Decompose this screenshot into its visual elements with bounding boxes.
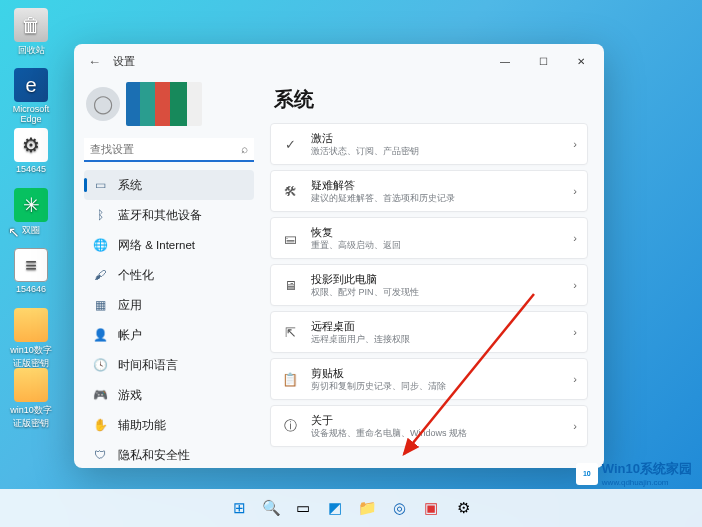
desktop-icon-label: win10数字证版密钥 <box>6 404 56 430</box>
desktop-icon[interactable]: 🗑回收站 <box>6 8 56 57</box>
chevron-right-icon: › <box>573 232 577 244</box>
sidebar-item[interactable]: 🛡隐私和安全性 <box>84 440 254 468</box>
edge-taskbar-button[interactable]: ◎ <box>385 494 413 522</box>
sidebar-item[interactable]: 🎮游戏 <box>84 380 254 410</box>
chevron-right-icon: › <box>573 138 577 150</box>
card-subtitle: 重置、高级启动、返回 <box>311 240 561 251</box>
card-icon: 🛠 <box>281 184 299 199</box>
sidebar-item-label: 个性化 <box>118 268 154 283</box>
explorer-button[interactable]: 📁 <box>353 494 381 522</box>
card-title: 远程桌面 <box>311 320 561 333</box>
settings-card[interactable]: ⓘ关于设备规格、重命名电脑、Windows 规格› <box>270 405 588 447</box>
sidebar-item-label: 蓝牙和其他设备 <box>118 208 202 223</box>
desktop-icon-label: Microsoft Edge <box>6 104 56 124</box>
sidebar-item[interactable]: ▦应用 <box>84 290 254 320</box>
desktop-icon-label: 154646 <box>6 284 56 294</box>
desktop-icon[interactable]: eMicrosoft Edge <box>6 68 56 124</box>
card-title: 恢复 <box>311 226 561 239</box>
maximize-button[interactable]: ☐ <box>524 47 562 75</box>
taskbar[interactable]: ⊞ 🔍 ▭ ◩ 📁 ◎ ▣ ⚙ <box>0 489 702 527</box>
card-icon: 📋 <box>281 372 299 387</box>
app-taskbar-button[interactable]: ▣ <box>417 494 445 522</box>
watermark: 10 Win10系统家园 www.qdhuajin.com <box>572 458 696 489</box>
wechat-icon: ✳ <box>14 188 48 222</box>
avatar-icon: ◯ <box>86 87 120 121</box>
desktop-icon[interactable]: ⚙154645 <box>6 128 56 174</box>
main-panel: 系统 ✓激活激活状态、订阅、产品密钥›🛠疑难解答建议的疑难解答、首选项和历史记录… <box>264 78 604 468</box>
search-input[interactable] <box>84 138 254 162</box>
card-icon: ⇱ <box>281 325 299 340</box>
sidebar-item-label: 辅助功能 <box>118 418 166 433</box>
page-title: 系统 <box>274 86 588 113</box>
chevron-right-icon: › <box>573 279 577 291</box>
card-title: 剪贴板 <box>311 367 561 380</box>
desktop-icon-label: 双圈 <box>6 224 56 237</box>
card-icon: ✓ <box>281 137 299 152</box>
card-list: ✓激活激活状态、订阅、产品密钥›🛠疑难解答建议的疑难解答、首选项和历史记录›🖴恢… <box>270 123 588 447</box>
back-button[interactable]: ← <box>84 50 105 73</box>
desktop-icon[interactable]: win10数字证版密钥 <box>6 368 56 430</box>
widgets-button[interactable]: ◩ <box>321 494 349 522</box>
card-subtitle: 设备规格、重命名电脑、Windows 规格 <box>311 428 561 439</box>
start-button[interactable]: ⊞ <box>225 494 253 522</box>
desktop-icon[interactable]: ✳双圈 <box>6 188 56 237</box>
desktop-icon-label: 154645 <box>6 164 56 174</box>
nav-list: ▭系统ᛒ蓝牙和其他设备🌐网络 & Internet🖌个性化▦应用👤帐户🕓时间和语… <box>84 170 254 468</box>
close-button[interactable]: ✕ <box>562 47 600 75</box>
desktop-icon[interactable]: win10数字证版密钥 <box>6 308 56 370</box>
settings-card[interactable]: ⇱远程桌面远程桌面用户、连接权限› <box>270 311 588 353</box>
sidebar-item-label: 隐私和安全性 <box>118 448 190 463</box>
nav-icon: 🌐 <box>92 238 108 252</box>
card-icon: ⓘ <box>281 417 299 435</box>
nav-icon: ᛒ <box>92 208 108 222</box>
sidebar-item-label: 游戏 <box>118 388 142 403</box>
settings-card[interactable]: 🖥投影到此电脑权限、配对 PIN、可发现性› <box>270 264 588 306</box>
search-button[interactable]: 🔍 <box>257 494 285 522</box>
settings-card[interactable]: 📋剪贴板剪切和复制历史记录、同步、清除› <box>270 358 588 400</box>
card-title: 关于 <box>311 414 561 427</box>
chevron-right-icon: › <box>573 185 577 197</box>
sidebar-item[interactable]: ᛒ蓝牙和其他设备 <box>84 200 254 230</box>
desktop-icon-label: win10数字证版密钥 <box>6 344 56 370</box>
settings-card[interactable]: 🖴恢复重置、高级启动、返回› <box>270 217 588 259</box>
nav-icon: 🕓 <box>92 358 108 372</box>
sidebar-item-label: 系统 <box>118 178 142 193</box>
sidebar: ◯ ⌕ ▭系统ᛒ蓝牙和其他设备🌐网络 & Internet🖌个性化▦应用👤帐户🕓… <box>74 78 264 468</box>
profile-block[interactable]: ◯ <box>84 78 254 134</box>
sidebar-item[interactable]: ▭系统 <box>84 170 254 200</box>
titlebar: ← 设置 — ☐ ✕ <box>74 44 604 78</box>
card-title: 疑难解答 <box>311 179 561 192</box>
chevron-right-icon: › <box>573 373 577 385</box>
settings-card[interactable]: ✓激活激活状态、订阅、产品密钥› <box>270 123 588 165</box>
settings-taskbar-button[interactable]: ⚙ <box>449 494 477 522</box>
sidebar-item[interactable]: 👤帐户 <box>84 320 254 350</box>
settings-window: ← 设置 — ☐ ✕ ◯ ⌕ ▭系统ᛒ蓝牙和其他设备🌐网络 & Internet… <box>74 44 604 468</box>
card-subtitle: 剪切和复制历史记录、同步、清除 <box>311 381 561 392</box>
sidebar-item-label: 时间和语言 <box>118 358 178 373</box>
settings-card[interactable]: 🛠疑难解答建议的疑难解答、首选项和历史记录› <box>270 170 588 212</box>
sidebar-item[interactable]: 🌐网络 & Internet <box>84 230 254 260</box>
sidebar-item[interactable]: 🖌个性化 <box>84 260 254 290</box>
gear-icon: ⚙ <box>14 128 48 162</box>
nav-icon: ▦ <box>92 298 108 312</box>
card-title: 激活 <box>311 132 561 145</box>
card-subtitle: 远程桌面用户、连接权限 <box>311 334 561 345</box>
desktop: 🗑回收站eMicrosoft Edge⚙154645✳双圈≡154646win1… <box>0 0 702 527</box>
card-title: 投影到此电脑 <box>311 273 561 286</box>
watermark-url: www.qdhuajin.com <box>602 478 692 487</box>
minimize-button[interactable]: — <box>486 47 524 75</box>
sidebar-item[interactable]: ✋辅助功能 <box>84 410 254 440</box>
sidebar-item-label: 帐户 <box>118 328 142 343</box>
nav-icon: 🛡 <box>92 448 108 462</box>
sidebar-item[interactable]: 🕓时间和语言 <box>84 350 254 380</box>
task-view-button[interactable]: ▭ <box>289 494 317 522</box>
chevron-right-icon: › <box>573 420 577 432</box>
nav-icon: ✋ <box>92 418 108 432</box>
nav-icon: 👤 <box>92 328 108 342</box>
card-subtitle: 权限、配对 PIN、可发现性 <box>311 287 561 298</box>
nav-icon: ▭ <box>92 178 108 192</box>
nav-icon: 🎮 <box>92 388 108 402</box>
search-box[interactable]: ⌕ <box>84 138 254 162</box>
desktop-icon[interactable]: ≡154646 <box>6 248 56 294</box>
desktop-icon-label: 回收站 <box>6 44 56 57</box>
